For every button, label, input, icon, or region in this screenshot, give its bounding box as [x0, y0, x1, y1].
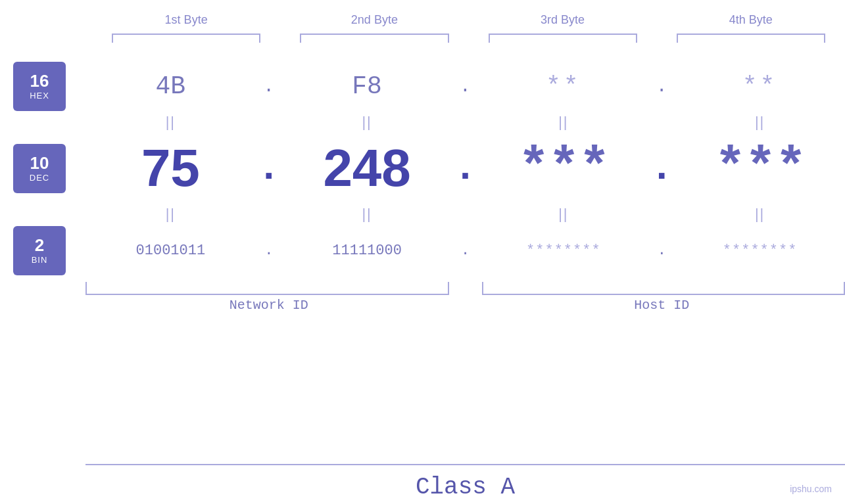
dec-val-3: ***	[518, 139, 609, 198]
bracket-1	[112, 34, 260, 47]
dec-number: 10	[30, 154, 49, 173]
bottom-bracket-section: Network ID Host ID	[85, 282, 845, 313]
hex-badge: 16 HEX	[13, 62, 66, 111]
byte-header-1: 1st Byte	[92, 13, 280, 27]
dec-cell-4: ***	[675, 139, 845, 198]
bracket-3	[489, 34, 637, 47]
dec-dot-1: .	[256, 146, 282, 191]
dec-cell-3: ***	[479, 139, 649, 198]
bracket-row	[0, 34, 845, 47]
main-container: 1st Byte 2nd Byte 3rd Byte 4th Byte 16 H…	[0, 0, 845, 504]
hex-cell-4: **	[675, 72, 845, 101]
hex-number: 16	[30, 72, 49, 91]
bracket-2	[300, 34, 448, 47]
hex-val-4: **	[742, 72, 778, 101]
bin-val-2: 11111000	[332, 242, 402, 259]
bracket-4	[677, 34, 825, 47]
eq-row: || || || ||	[85, 112, 845, 132]
bin-val-4: ********	[723, 242, 798, 259]
bin-cell-4: ********	[675, 242, 845, 259]
host-bracket	[482, 282, 846, 295]
hex-row: 4B . F8 . ** . **	[85, 60, 845, 112]
bin-row: 01001011 . 11111000 . ******** .	[85, 224, 845, 277]
class-label: Class A	[85, 470, 845, 504]
host-id-label: Host ID	[479, 298, 846, 313]
hex-val-1: 4B	[156, 72, 186, 101]
bin-cell-1: 01001011	[85, 242, 256, 259]
hex-label: HEX	[30, 91, 49, 101]
dec-val-2: 248	[323, 138, 410, 198]
dec-cell-1: 75	[85, 138, 256, 198]
byte-header-3: 3rd Byte	[469, 13, 657, 27]
dec-badge: 10 DEC	[13, 144, 66, 193]
bin-dot-1: .	[256, 242, 282, 259]
dec-dot-3: .	[648, 146, 675, 191]
class-bracket-line	[85, 464, 845, 465]
bin-cell-3: ********	[479, 242, 649, 259]
base-badges: 16 HEX 10 DEC 2 BIN	[0, 60, 85, 454]
bottom-brackets	[85, 282, 845, 295]
bin-val-1: 01001011	[136, 242, 206, 259]
eq-row-2: || || || ||	[85, 204, 845, 224]
hex-cell-1: 4B	[85, 72, 256, 101]
hex-val-2: F8	[352, 72, 382, 101]
hex-dot-1: .	[256, 76, 282, 97]
dec-val-4: ***	[715, 139, 806, 198]
watermark: ipshu.com	[790, 484, 832, 494]
dec-row: 75 . 248 . *** . ***	[85, 132, 845, 204]
dec-val-1: 75	[141, 138, 200, 198]
hex-cell-3: **	[479, 72, 649, 101]
network-bracket	[85, 282, 449, 295]
network-id-label: Network ID	[85, 298, 452, 313]
dec-cell-2: 248	[282, 138, 452, 198]
hex-dot-2: .	[452, 76, 479, 97]
hex-dot-3: .	[648, 76, 675, 97]
bin-badge: 2 BIN	[13, 226, 66, 275]
byte-header-4: 4th Byte	[657, 13, 845, 27]
bin-dot-2: .	[452, 242, 479, 259]
bin-val-3: ********	[526, 242, 601, 259]
hex-val-3: **	[546, 72, 581, 101]
bin-dot-3: .	[648, 242, 675, 259]
dec-dot-2: .	[452, 146, 479, 191]
data-columns: 4B . F8 . ** . **	[85, 60, 845, 454]
bin-cell-2: 11111000	[282, 242, 452, 259]
bin-label: BIN	[32, 255, 48, 265]
id-labels: Network ID Host ID	[85, 298, 845, 313]
byte-headers: 1st Byte 2nd Byte 3rd Byte 4th Byte	[0, 13, 845, 27]
class-section: Class A	[0, 464, 845, 504]
bin-number: 2	[35, 236, 44, 255]
byte-header-2: 2nd Byte	[280, 13, 468, 27]
dec-label: DEC	[30, 173, 49, 183]
hex-cell-2: F8	[282, 72, 452, 101]
